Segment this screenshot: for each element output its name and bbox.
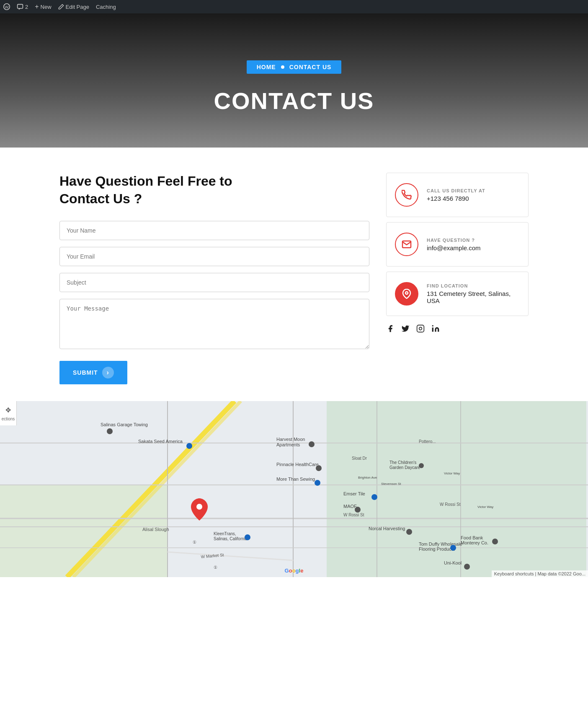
svg-rect-52 [464,564,470,570]
svg-text:W Rossi St: W Rossi St [343,513,364,517]
call-info: CALL US DIRECTLY AT +123 456 7890 [427,188,485,202]
call-value: +123 456 7890 [427,195,485,202]
subject-field-group [59,273,369,292]
svg-text:Brighton Ave: Brighton Ave [358,476,377,479]
form-heading-line1: Have Question Feel Free to [59,174,232,189]
info-section: CALL US DIRECTLY AT +123 456 7890 HAVE Q… [386,173,529,335]
svg-rect-35 [315,480,320,486]
svg-text:Sakata Seed America: Sakata Seed America [138,439,183,444]
svg-text:Victor Way: Victor Way [477,505,493,509]
svg-text:Victor Way: Victor Way [444,472,460,475]
page-title: CONTACT US [214,87,374,114]
svg-rect-50 [492,539,498,544]
name-input[interactable] [59,221,369,240]
google-logo: Google [285,567,304,574]
svg-text:KleenTrans,: KleenTrans, [214,531,236,536]
map-container: W Market St W Rossi St W Rossi St Sloat … [0,401,588,577]
subject-input[interactable] [59,273,369,292]
instagram-icon[interactable] [416,324,425,335]
location-value: 131 Cemetery Street, Salinas, USA [427,290,520,304]
svg-text:Pinnacle HealthCare: Pinnacle HealthCare [276,462,319,467]
svg-text:①: ① [214,565,217,570]
svg-text:Monterey Co.: Monterey Co. [461,540,488,545]
email-info: HAVE QUESTION ? info@example.com [427,238,481,251]
svg-rect-58 [245,534,250,540]
admin-bar-comments[interactable]: 2 [17,3,28,10]
svg-point-3 [405,292,408,294]
admin-bar-new[interactable]: + New [35,3,51,10]
email-field-group [59,247,369,266]
breadcrumb-separator [281,65,284,69]
svg-rect-37 [371,494,377,500]
svg-text:Norcal Harvesting: Norcal Harvesting [369,526,405,531]
message-textarea[interactable] [59,299,369,349]
admin-bar-caching[interactable]: Caching [96,4,116,10]
social-icons [386,324,529,335]
svg-rect-33 [316,465,322,471]
map-controls: ✥ ections [0,401,17,425]
linkedin-icon[interactable] [431,324,440,335]
admin-bar-logo[interactable]: W [3,3,10,10]
comment-count: 2 [25,4,28,10]
submit-button[interactable]: SUBMIT › [59,361,127,384]
call-label: CALL US DIRECTLY AT [427,188,485,193]
svg-rect-4 [417,325,424,332]
admin-bar-edit-page[interactable]: Edit Page [58,4,89,10]
name-field-group [59,221,369,240]
admin-bar: W 2 + New Edit Page Caching [0,0,588,13]
svg-text:W: W [5,5,9,9]
svg-text:Pottero...: Pottero... [419,439,436,444]
svg-rect-26 [107,428,113,434]
svg-rect-42 [419,463,424,468]
svg-text:Flooring Products: Flooring Products [419,547,455,552]
submit-arrow-icon: › [102,367,114,378]
svg-text:Salinas, California: Salinas, California [214,536,248,541]
question-value: info@example.com [427,244,481,251]
twitter-icon[interactable] [401,324,410,335]
svg-text:Sloat Dr: Sloat Dr [352,456,367,461]
svg-text:Tom Duffy Wholesale: Tom Duffy Wholesale [419,541,462,547]
svg-text:MAOF: MAOF [343,504,357,509]
svg-rect-8 [327,401,586,577]
email-card: HAVE QUESTION ? info@example.com [386,222,529,267]
location-icon-circle [395,282,418,306]
svg-text:Stevenson St: Stevenson St [381,482,401,486]
map-control-label: ections [1,416,16,422]
call-card: CALL US DIRECTLY AT +123 456 7890 [386,173,529,217]
new-label: New [41,4,52,10]
svg-text:①: ① [193,540,196,544]
breadcrumb-current: CONTACT US [289,64,332,70]
question-label: HAVE QUESTION ? [427,238,481,243]
svg-rect-44 [406,529,412,535]
svg-text:Food Bank: Food Bank [461,535,483,540]
map-cursor-icon[interactable]: ✥ [4,404,13,416]
map-attribution: Keyboard shortcuts | Map data ©2022 Goo.… [492,570,588,577]
svg-text:Salinas Garage Towing: Salinas Garage Towing [101,422,148,427]
svg-text:W Rossi St: W Rossi St [440,502,461,507]
breadcrumb-home[interactable]: HOME [257,64,276,70]
location-card: FIND LOCATION 131 Cemetery Street, Salin… [386,272,529,316]
svg-point-6 [432,325,433,326]
svg-rect-31 [309,441,315,447]
map-section[interactable]: W Market St W Rossi St W Rossi St Sloat … [0,401,588,577]
svg-text:More Than Sewing: More Than Sewing [276,477,315,482]
svg-text:Garden Daycare: Garden Daycare [389,465,420,470]
submit-label: SUBMIT [73,369,98,376]
email-input[interactable] [59,247,369,266]
edit-page-label: Edit Page [66,4,89,10]
svg-text:Uni-Kool: Uni-Kool [444,560,462,565]
svg-rect-47 [450,545,456,551]
svg-rect-39 [355,507,361,513]
hero-section: HOME CONTACT US CONTACT US [0,13,588,148]
map-svg: W Market St W Rossi St W Rossi St Sloat … [0,401,588,577]
form-heading: Have Question Feel Free to Contact Us ? [59,173,369,207]
svg-rect-2 [18,4,23,8]
svg-text:Harvest Moon: Harvest Moon [276,437,305,442]
facebook-icon[interactable] [386,324,395,335]
svg-text:The Children's: The Children's [389,460,416,465]
location-label: FIND LOCATION [427,283,520,288]
phone-icon-circle [395,183,418,207]
caching-label: Caching [96,4,116,10]
svg-text:Apartments: Apartments [276,442,300,447]
location-info: FIND LOCATION 131 Cemetery Street, Salin… [427,283,520,304]
